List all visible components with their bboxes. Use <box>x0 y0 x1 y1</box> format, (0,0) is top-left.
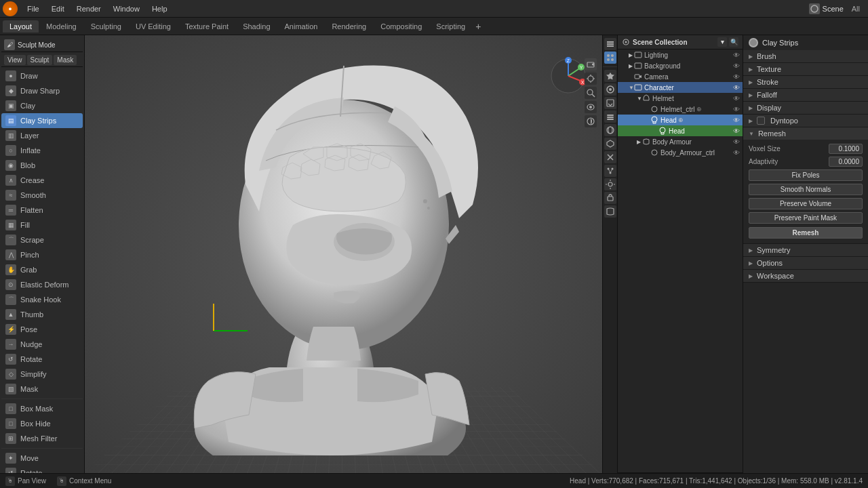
tool-smooth[interactable]: ≈ Smooth <box>1 188 83 203</box>
tool-grab[interactable]: ✋ Grab <box>1 262 83 277</box>
background-visibility-icon[interactable]: 👁 <box>733 62 740 70</box>
tab-shading[interactable]: Shading <box>236 20 277 33</box>
menu-window[interactable]: Window <box>108 3 145 14</box>
outliner-character[interactable]: ▼ Character 👁 <box>618 82 743 93</box>
helmet-ctrl-visibility-icon[interactable]: 👁 <box>733 106 740 113</box>
outliner-filter-btn[interactable]: ▾ <box>717 37 727 47</box>
body-armour-ctrl-visibility-icon[interactable]: 👁 <box>733 149 740 157</box>
outliner-body-armour-ctrl[interactable]: Body_Armour_ctrl 👁 <box>618 147 743 158</box>
mask-menu[interactable]: Mask <box>54 55 77 65</box>
fix-poles-button[interactable]: Fix Poles <box>749 169 863 181</box>
brush-section-header[interactable]: ▶ Brush <box>743 50 868 62</box>
constraints-btn[interactable] <box>604 192 616 204</box>
stroke-section-header[interactable]: ▶ Stroke <box>743 76 868 88</box>
tab-compositing[interactable]: Compositing <box>374 20 429 33</box>
tool-rotate2[interactable]: ↺ Rotate <box>1 466 83 473</box>
outliner-head-blue[interactable]: Head ⊕ 👁 <box>618 115 743 125</box>
navigation-gizmo[interactable]: Z Y X <box>548 56 589 96</box>
workspace-section-header[interactable]: ▶ Workspace <box>743 270 868 282</box>
voxel-size-value[interactable]: 0.1000 <box>829 144 863 154</box>
adaptivity-value[interactable]: 0.0000 <box>829 157 863 167</box>
output-properties-btn[interactable] <box>604 97 616 109</box>
tab-modeling[interactable]: Modeling <box>39 20 83 33</box>
outliner-background[interactable]: ▶ Background 👁 <box>618 60 743 71</box>
tool-draw-sharp[interactable]: ◆ Draw Sharp <box>1 83 83 98</box>
tab-uv-editing[interactable]: UV Editing <box>129 20 178 33</box>
tool-pose[interactable]: ⚡ Pose <box>1 322 83 337</box>
tool-scrape[interactable]: ⌒ Scrape <box>1 232 83 247</box>
menu-edit[interactable]: Edit <box>46 3 70 14</box>
outliner-helmet[interactable]: ▼ Helmet 👁 <box>618 93 743 104</box>
zoom-btn[interactable] <box>585 87 597 99</box>
tool-elastic-deform[interactable]: ⊙ Elastic Deform <box>1 277 83 292</box>
viewport[interactable]: Z Y X <box>85 35 602 473</box>
lighting-visibility-icon[interactable]: 👁 <box>733 52 740 59</box>
tab-animation[interactable]: Animation <box>278 20 325 33</box>
tool-simplify[interactable]: ◇ Simplify <box>1 367 83 382</box>
tool-snake-hook[interactable]: ⌒ Snake Hook <box>1 292 83 307</box>
camera-visibility-icon[interactable]: 👁 <box>733 73 740 81</box>
tab-scripting[interactable]: Scripting <box>429 20 472 33</box>
tool-blob[interactable]: ◉ Blob <box>1 158 83 173</box>
tab-sculpting[interactable]: Sculpting <box>84 20 128 33</box>
menu-render[interactable]: Render <box>71 3 106 14</box>
tool-fill[interactable]: ▦ Fill <box>1 218 83 232</box>
tools-panel-btn[interactable] <box>604 38 616 50</box>
tool-thumb[interactable]: ▲ Thumb <box>1 307 83 322</box>
modifier-properties-btn[interactable] <box>604 151 616 163</box>
options-section-header[interactable]: ▶ Options <box>743 257 868 269</box>
preserve-paint-mask-button[interactable]: Preserve Paint Mask <box>749 212 863 224</box>
physics-properties-btn[interactable] <box>604 178 616 190</box>
object-properties-btn[interactable] <box>604 138 616 150</box>
tool-inflate[interactable]: ○ Inflate <box>1 143 83 158</box>
head-green-visibility-icon[interactable]: 👁 <box>733 127 740 135</box>
tool-layer[interactable]: ▥ Layer <box>1 128 83 143</box>
symmetry-section-header[interactable]: ▶ Symmetry <box>743 244 868 256</box>
scene-properties-btn[interactable] <box>604 70 616 82</box>
shading-btn[interactable] <box>585 115 597 127</box>
tool-clay[interactable]: ▣ Clay <box>1 98 83 113</box>
world-properties-btn[interactable] <box>604 124 616 136</box>
dyntopo-checkbox[interactable] <box>757 117 765 125</box>
outliner-body-armour[interactable]: ▶ Body Armour 👁 <box>618 136 743 147</box>
remesh-button[interactable]: Remesh <box>749 227 863 239</box>
remesh-section-header[interactable]: ▼ Remesh <box>743 127 868 140</box>
tool-mesh-filter[interactable]: ⊞ Mesh Filter <box>1 431 83 446</box>
particle-properties-btn[interactable] <box>604 165 616 177</box>
display-section-header[interactable]: ▶ Display <box>743 102 868 114</box>
render-properties-btn[interactable] <box>604 83 616 96</box>
hide-overlays-btn[interactable] <box>585 101 597 113</box>
tool-box-mask[interactable]: □ Box Mask <box>1 401 83 416</box>
tool-pinch[interactable]: ⋀ Pinch <box>1 247 83 262</box>
character-visibility-icon[interactable]: 👁 <box>733 84 740 92</box>
tool-crease[interactable]: ∧ Crease <box>1 173 83 188</box>
outliner-search-btn[interactable]: 🔍 <box>729 37 738 47</box>
tool-nudge[interactable]: → Nudge <box>1 337 83 352</box>
outliner-lighting[interactable]: ▶ Lighting 👁 <box>618 49 743 60</box>
head-blue-visibility-icon[interactable]: 👁 <box>733 117 740 124</box>
outliner-camera[interactable]: Camera 👁 <box>618 71 743 82</box>
tab-rendering[interactable]: Rendering <box>325 20 373 33</box>
tool-rotate[interactable]: ↺ Rotate <box>1 352 83 367</box>
falloff-section-header[interactable]: ▶ Falloff <box>743 89 868 101</box>
preserve-volume-button[interactable]: Preserve Volume <box>749 198 863 209</box>
data-properties-btn[interactable] <box>604 205 616 218</box>
menu-help[interactable]: Help <box>146 3 173 14</box>
tool-mask[interactable]: ▧ Mask <box>1 382 83 396</box>
camera-view-btn[interactable] <box>585 58 597 70</box>
dyntopo-section-header[interactable]: ▶ Dyntopo <box>743 115 868 127</box>
view-layer-btn[interactable] <box>604 110 616 123</box>
helmet-visibility-icon[interactable]: 👁 <box>733 95 740 102</box>
outliner-head-green[interactable]: Head 👁 <box>618 125 743 136</box>
tool-clay-strips[interactable]: ▤ Clay Strips <box>1 113 83 128</box>
tool-move[interactable]: ✦ Move <box>1 451 83 466</box>
smooth-normals-button[interactable]: Smooth Normals <box>749 184 863 195</box>
texture-section-header[interactable]: ▶ Texture <box>743 63 868 75</box>
view-menu[interactable]: View <box>4 55 26 65</box>
outliner-helmet-ctrl[interactable]: Helmet_ctrl ⊕ 👁 <box>618 104 743 115</box>
tool-flatten[interactable]: ═ Flatten <box>1 203 83 218</box>
body-armour-visibility-icon[interactable]: 👁 <box>733 138 740 146</box>
tab-layout[interactable]: Layout <box>3 20 39 33</box>
tab-texture-paint[interactable]: Texture Paint <box>178 20 235 33</box>
add-workspace-button[interactable]: + <box>475 21 481 32</box>
